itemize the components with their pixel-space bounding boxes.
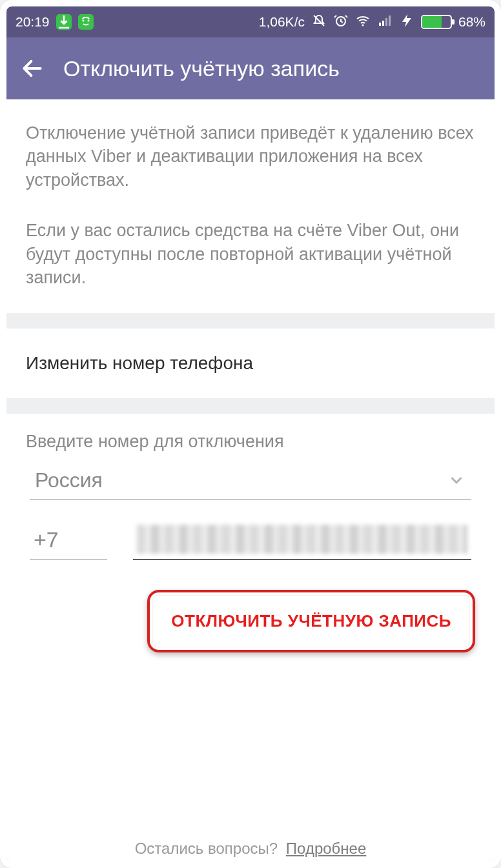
change-phone-row[interactable]: Изменить номер телефона: [6, 328, 495, 398]
footer-link[interactable]: Подробнее: [286, 840, 366, 857]
battery-percent: 68%: [458, 14, 486, 30]
svg-rect-4: [379, 23, 381, 26]
battery-icon: [421, 15, 452, 29]
back-button[interactable]: [18, 54, 46, 83]
deactivate-highlight: ОТКЛЮЧИТЬ УЧЁТНУЮ ЗАПИСЬ: [147, 590, 475, 652]
change-phone-label: Изменить номер телефона: [26, 353, 253, 373]
app-status-icon: [78, 14, 94, 30]
deactivate-form: Введите номер для отключения Россия +7: [6, 414, 495, 590]
info-paragraph-2: Если у вас остались средства на счёте Vi…: [26, 219, 475, 289]
net-speed: 1,06K/c: [259, 14, 305, 30]
country-code-input[interactable]: +7: [30, 522, 107, 560]
dnd-icon: [311, 13, 327, 32]
status-time: 20:19: [15, 14, 50, 30]
info-card: Отключение учётной записи приведёт к уда…: [6, 99, 495, 313]
country-select[interactable]: Россия: [30, 463, 471, 500]
status-bar: 20:19 1,06K/c 68%: [6, 6, 495, 37]
download-icon: [56, 14, 72, 30]
app-bar: Отключить учётную запись: [6, 37, 495, 99]
footer: Остались вопросы? Подробнее: [6, 825, 495, 862]
action-row: ОТКЛЮЧИТЬ УЧЁТНУЮ ЗАПИСЬ: [6, 590, 495, 678]
svg-rect-5: [382, 21, 384, 26]
svg-point-3: [362, 24, 363, 26]
alarm-icon: [333, 13, 349, 32]
svg-rect-7: [389, 15, 391, 26]
svg-point-0: [82, 20, 84, 22]
country-value: Россия: [35, 469, 103, 492]
svg-rect-6: [385, 18, 387, 26]
svg-point-1: [87, 20, 89, 22]
footer-text: Остались вопросы?: [135, 840, 278, 857]
form-section-label: Введите номер для отключения: [26, 432, 475, 452]
charging-icon: [399, 13, 414, 32]
signal-icon: [377, 13, 393, 32]
deactivate-button[interactable]: ОТКЛЮЧИТЬ УЧЁТНУЮ ЗАПИСЬ: [152, 595, 470, 647]
wifi-icon: [355, 13, 371, 32]
phone-number-input[interactable]: [133, 522, 471, 560]
redacted-number: [137, 525, 467, 554]
info-paragraph-1: Отключение учётной записи приведёт к уда…: [26, 121, 475, 192]
page-title: Отключить учётную запись: [63, 56, 340, 81]
chevron-down-icon: [447, 470, 466, 490]
